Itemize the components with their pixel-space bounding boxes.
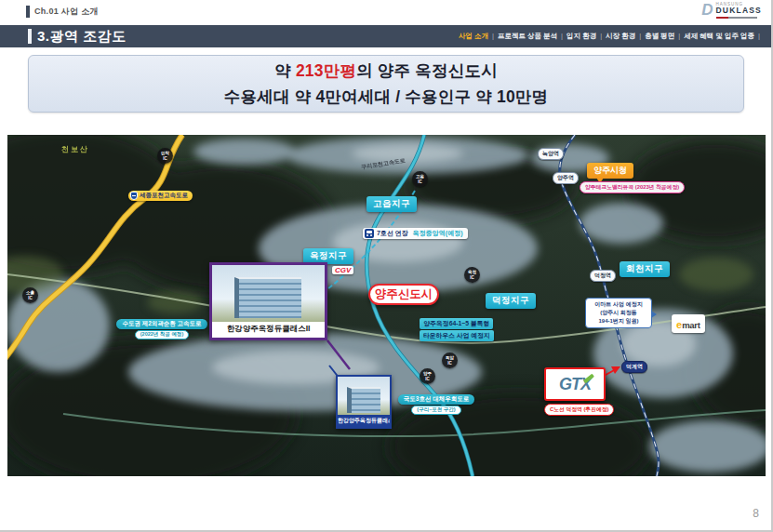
line7-station: 옥정중앙역(예정) (413, 229, 463, 238)
ic-badge-hoeam: 회암IC (442, 352, 458, 368)
headline-line2: 수용세대 약 4만여세대 / 수용인구 약 10만명 (224, 86, 548, 108)
callout-emart-site: 이마트 사업 예정지 (양주시 회정동 194-1번지 일원) (585, 298, 652, 328)
callout-duklass2: 한강양주옥정듀클래스II (209, 262, 327, 340)
callout-ring-road: 수도권 제2외곽순환 고속도로 (2022년 착공 예정) (117, 319, 207, 339)
label-yangju-newtown: 양주신도시 (368, 284, 439, 305)
emart-logo-mart: mart (682, 320, 700, 330)
page-number: 8 (753, 507, 759, 520)
ic-badge-yangju: 양주IC (420, 368, 435, 384)
ic-suffix: IC (470, 275, 474, 281)
top-bar: Ch.01 사업 소개 D HANSUNG DUKLASS (0, 0, 771, 25)
ic-suffix: IC (447, 361, 452, 366)
ic-badge-soheul: 소흘IC (22, 287, 38, 303)
title-accent-bar (28, 29, 32, 44)
nav-item-business-intro[interactable]: 사업 소개 (459, 32, 498, 41)
gtx-caption: C노선 덕정역 (추진예정) (544, 404, 614, 416)
townhouse-line1: 양주옥정64-1~5 블록형 (420, 318, 493, 329)
logo-rule (716, 17, 757, 19)
top-navigation: 사업 소개 프로젝트 상품 분석 입지 환경 시장 환경 층별 평면 세제 혜택… (459, 32, 771, 41)
callout-gtx: GTX (544, 367, 606, 401)
ring-road-name: 수도권 제2외곽순환 고속도로 (116, 319, 207, 329)
nav-item-floor-plans[interactable]: 층별 평면 (645, 32, 684, 41)
headline-line1: 약 213만평의 양주 옥정신도시 (274, 60, 498, 82)
district-deokjeong: 덕정지구 (486, 293, 536, 309)
duklass1-building-render (338, 377, 390, 415)
chapter-label: Ch.01 사업 소개 (34, 6, 99, 18)
emart-note-line2: (양주시 회정동 (588, 309, 649, 317)
nav-item-product-analysis[interactable]: 프로젝트 상품 분석 (498, 32, 566, 41)
logo-brand-text: DUKLASS (716, 7, 763, 16)
emart-note-line3: 194-1번지 일원) (588, 317, 649, 326)
ic-suffix: IC (418, 180, 422, 185)
headline-box: 약 213만평의 양주 옥정신도시 수용세대 약 4만여세대 / 수용인구 약 … (28, 55, 744, 113)
breadcrumb: Ch.01 사업 소개 (26, 6, 99, 18)
logo-d-icon: D (701, 2, 713, 18)
ic-badge-goeup: 고읍IC (412, 171, 428, 187)
building-graphic (234, 277, 301, 318)
expressway-label-text: 세종포천고속도로 (140, 192, 188, 200)
station-nokyang: 녹양역 (538, 148, 564, 160)
slide: Ch.01 사업 소개 D HANSUNG DUKLASS 3.광역 조감도 사… (0, 0, 773, 532)
mountain-label: 천보산 (61, 144, 89, 154)
ring-road-note: (2022년 착공 예정) (135, 330, 189, 339)
ic-badge-minrak: 민락IC (157, 148, 173, 164)
callout-duklass1: 한강양주옥정듀클래스 (336, 375, 392, 429)
nav-item-location[interactable]: 입지 환경 (566, 32, 606, 41)
emart-logo: emart (672, 314, 705, 333)
label-technovalley: 양주테크노밸리유곡 (2023년 착공예정) (580, 181, 685, 193)
chapter-accent-bar (26, 6, 30, 18)
ic-suffix: IC (163, 156, 167, 162)
station-deokgye: 덕계역 (621, 361, 647, 373)
nav-item-tax-benefits[interactable]: 세제 혜택 및 입주 업종 (684, 32, 764, 41)
gtx-green-accent (583, 373, 594, 383)
ic-suffix: IC (425, 377, 430, 382)
district-hoecheon: 회천지구 (620, 261, 670, 277)
bypass-road-note: (구리~포천 구간) (411, 406, 460, 415)
label-yangju-cityhall: 양주시청 (587, 163, 633, 179)
label-townhouse-site: 양주옥정64-1~5 블록형 타운하우스 사업 예정지 (420, 318, 494, 341)
company-logo: D HANSUNG DUKLASS (701, 2, 762, 19)
ic-suffix: IC (28, 296, 33, 301)
nav-item-market[interactable]: 시장 환경 (606, 32, 645, 41)
title-bar: 3.광역 조감도 사업 소개 프로젝트 상품 분석 입지 환경 시장 환경 층별… (0, 25, 771, 47)
label-sejong-pocheon-expressway: 세종포천고속도로 (128, 191, 193, 201)
page-title: 3.광역 조감도 (37, 28, 127, 46)
townhouse-line2: 타운하우스 사업 예정지 (420, 330, 494, 341)
label-line7-extension: 7호선 연장 옥정중앙역(예정) (363, 228, 468, 239)
station-yangju: 양주역 (553, 172, 579, 184)
headline-line1-suffix: 의 양주 옥정신도시 (356, 61, 498, 80)
headline-line1-prefix: 약 (274, 61, 296, 80)
bypass-road-name: 국도3호선 대체우회도로 (398, 394, 474, 405)
station-deokjeong: 덕정역 (590, 270, 616, 282)
ic-badge-okjeong: 옥정IC (464, 267, 480, 283)
line7-prefix: 7호선 연장 (377, 229, 408, 238)
callout-bypass-road: 국도3호선 대체우회도로 (구리~포천 구간) (392, 394, 481, 415)
building-graphic (347, 387, 380, 413)
aerial-map: 천보산 구리포천고속도로 민락IC 소흘IC 고읍IC 옥정IC 회암IC 양주… (7, 135, 766, 476)
duklass2-building-render (212, 265, 325, 322)
expressway-shield-icon (130, 192, 138, 200)
gtx-logo: GTX (559, 375, 591, 394)
subway-icon (365, 229, 374, 238)
district-goeup: 고읍지구 (367, 196, 417, 212)
cgv-logo: CGV (332, 266, 353, 274)
emart-note-line1: 이마트 사업 예정지 (588, 300, 649, 309)
duklass2-caption: 한강양주옥정듀클래스II (212, 322, 325, 338)
headline-line1-highlight: 213만평 (296, 61, 356, 80)
duklass1-caption: 한강양주옥정듀클래스 (338, 415, 390, 427)
